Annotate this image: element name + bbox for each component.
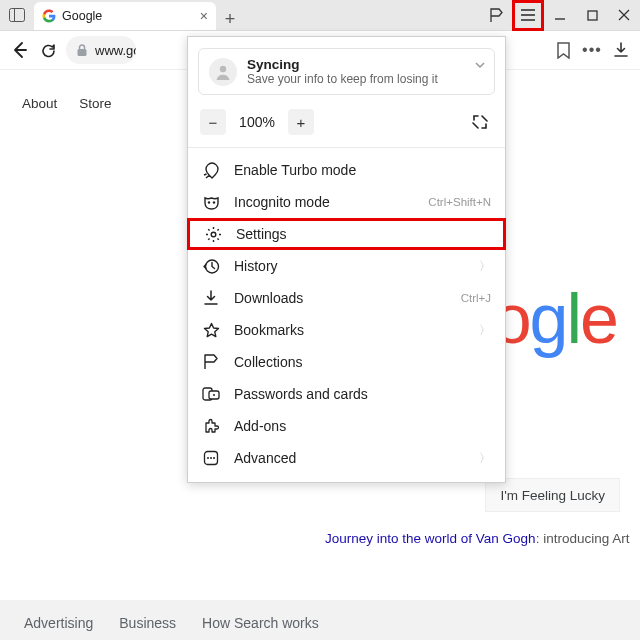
gear-icon bbox=[204, 225, 222, 243]
collections-flag-icon[interactable] bbox=[480, 0, 512, 31]
download-icon bbox=[202, 289, 220, 307]
chevron-down-icon bbox=[474, 59, 486, 71]
svg-point-21 bbox=[213, 457, 215, 459]
downloads-icon[interactable] bbox=[610, 39, 632, 61]
avatar-icon bbox=[209, 58, 237, 86]
menu-item-collections[interactable]: Collections bbox=[188, 346, 505, 378]
feeling-lucky-button[interactable]: I'm Feeling Lucky bbox=[485, 478, 620, 512]
back-button[interactable] bbox=[8, 39, 30, 61]
nav-store[interactable]: Store bbox=[79, 96, 111, 111]
menu-item-label: Collections bbox=[234, 354, 302, 370]
address-bar[interactable]: www.google.com bbox=[66, 36, 136, 64]
tab-title: Google bbox=[62, 9, 194, 23]
chevron-right-icon: 〉 bbox=[479, 322, 491, 339]
svg-point-17 bbox=[213, 394, 215, 396]
google-logo: ogle bbox=[493, 279, 617, 359]
menu-item-enable-turbo-mode[interactable]: Enable Turbo mode bbox=[188, 154, 505, 186]
menu-item-label: Incognito mode bbox=[234, 194, 330, 210]
svg-point-13 bbox=[211, 232, 216, 237]
menu-item-label: Passwords and cards bbox=[234, 386, 368, 402]
browser-tab[interactable]: Google × bbox=[34, 2, 216, 30]
url-text: www.google.com bbox=[95, 43, 136, 58]
menu-item-add-ons[interactable]: Add-ons bbox=[188, 410, 505, 442]
svg-rect-0 bbox=[10, 9, 25, 22]
menu-item-label: Add-ons bbox=[234, 418, 286, 434]
menu-item-label: Advanced bbox=[234, 450, 296, 466]
chevron-right-icon: 〉 bbox=[479, 450, 491, 467]
sidebar-toggle-icon[interactable] bbox=[6, 4, 28, 26]
zoom-out-button[interactable]: − bbox=[200, 109, 226, 135]
zoom-value: 100% bbox=[236, 114, 278, 130]
fullscreen-button[interactable] bbox=[467, 109, 493, 135]
svg-rect-6 bbox=[588, 11, 597, 20]
menu-item-label: Enable Turbo mode bbox=[234, 162, 356, 178]
reload-button[interactable] bbox=[37, 39, 59, 61]
page-footer: Advertising Business How Search works bbox=[0, 600, 640, 640]
bookmark-icon[interactable] bbox=[552, 39, 574, 61]
menu-item-settings[interactable]: Settings bbox=[187, 218, 506, 250]
nav-about[interactable]: About bbox=[22, 96, 57, 111]
menu-item-advanced[interactable]: Advanced〉 bbox=[188, 442, 505, 474]
window-maximize-button[interactable] bbox=[576, 0, 608, 31]
puzzle-icon bbox=[202, 417, 220, 435]
sync-card[interactable]: Syncing Save your info to keep from losi… bbox=[198, 48, 495, 95]
chevron-right-icon: 〉 bbox=[479, 258, 491, 275]
menu-item-downloads[interactable]: DownloadsCtrl+J bbox=[188, 282, 505, 314]
svg-point-19 bbox=[207, 457, 209, 459]
svg-point-11 bbox=[207, 201, 209, 203]
star-icon bbox=[202, 321, 220, 339]
history-icon bbox=[202, 257, 220, 275]
hamburger-menu-button[interactable] bbox=[512, 0, 544, 31]
menu-item-bookmarks[interactable]: Bookmarks〉 bbox=[188, 314, 505, 346]
svg-point-10 bbox=[220, 65, 226, 71]
flag-icon bbox=[202, 353, 220, 371]
svg-rect-9 bbox=[78, 49, 87, 56]
main-menu: Syncing Save your info to keep from losi… bbox=[187, 36, 506, 483]
zoom-controls: − 100% + bbox=[188, 103, 505, 141]
window-close-button[interactable] bbox=[608, 0, 640, 31]
titlebar: Google × + bbox=[0, 0, 640, 31]
footer-business[interactable]: Business bbox=[119, 615, 176, 631]
window-minimize-button[interactable] bbox=[544, 0, 576, 31]
promo-text: Journey into the world of Van Gogh: intr… bbox=[325, 531, 629, 546]
footer-how[interactable]: How Search works bbox=[202, 615, 319, 631]
menu-item-label: History bbox=[234, 258, 278, 274]
mask-icon bbox=[202, 193, 220, 211]
more-icon[interactable]: ••• bbox=[581, 39, 603, 61]
dots-icon bbox=[202, 449, 220, 467]
new-tab-button[interactable]: + bbox=[216, 9, 244, 30]
menu-item-label: Bookmarks bbox=[234, 322, 304, 338]
sync-title: Syncing bbox=[247, 57, 438, 72]
shortcut-hint: Ctrl+J bbox=[461, 292, 491, 304]
menu-item-history[interactable]: History〉 bbox=[188, 250, 505, 282]
google-favicon bbox=[42, 9, 56, 23]
rocket-icon bbox=[202, 161, 220, 179]
tab-close-icon[interactable]: × bbox=[200, 8, 208, 24]
lock-icon bbox=[76, 44, 88, 57]
key-icon bbox=[202, 385, 220, 403]
zoom-in-button[interactable]: + bbox=[288, 109, 314, 135]
sync-subtitle: Save your info to keep from losing it bbox=[247, 72, 438, 86]
menu-item-label: Downloads bbox=[234, 290, 303, 306]
footer-advertising[interactable]: Advertising bbox=[24, 615, 93, 631]
svg-point-20 bbox=[210, 457, 212, 459]
svg-point-12 bbox=[212, 201, 214, 203]
menu-item-label: Settings bbox=[236, 226, 287, 242]
shortcut-hint: Ctrl+Shift+N bbox=[428, 196, 491, 208]
promo-link[interactable]: Journey into the world of Van Gogh bbox=[325, 531, 536, 546]
menu-item-passwords-and-cards[interactable]: Passwords and cards bbox=[188, 378, 505, 410]
menu-item-incognito-mode[interactable]: Incognito modeCtrl+Shift+N bbox=[188, 186, 505, 218]
